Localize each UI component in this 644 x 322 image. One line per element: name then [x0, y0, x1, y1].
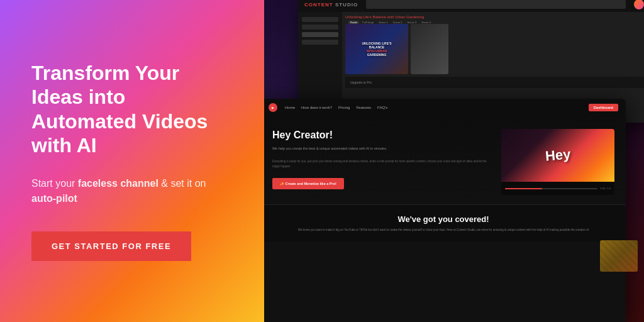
upgrade-text[interactable]: Upgrade to Pro: [350, 80, 372, 84]
subtitle-middle: & set it on: [158, 178, 206, 189]
website-screenshot: Home How does it work? Pricing Features …: [264, 99, 626, 322]
nav-faq: FAQ's: [377, 106, 387, 109]
website-logo: [269, 103, 277, 112]
nav-how: How does it work?: [301, 106, 332, 109]
right-panel: CONTENT STUDIO Unlocking Life's Balance …: [264, 0, 644, 322]
video-grid: UNLOCKING LIFE'SBALANCEWITH URBANGARDENI…: [345, 24, 644, 74]
video-controls: 0:00 / 1:0: [501, 182, 614, 195]
upgrade-bar: Upgrade to Pro: [345, 77, 644, 88]
headline: Transform Your Ideas into Automated Vide…: [31, 61, 233, 158]
nav-links: Home How does it work? Pricing Features …: [285, 106, 581, 109]
app-logo: CONTENT STUDIO: [304, 2, 358, 8]
nav-pricing: Pricing: [338, 106, 350, 109]
subtitle-start: Start your: [31, 178, 78, 189]
nav-features: Features: [356, 106, 371, 109]
app-top-bar: CONTENT STUDIO: [298, 0, 644, 12]
hero-title: Hey Creator!: [272, 129, 491, 141]
hero-description: We help you create the best & unique aut…: [272, 146, 491, 152]
video-hey-text: Hey: [545, 146, 571, 164]
bottom-title: We've got you covered!: [272, 214, 614, 224]
bottom-description: We know you want to make it big on YouTu…: [272, 228, 614, 232]
progress-fill: [505, 188, 542, 189]
sidebar-menu-item: [302, 40, 338, 45]
website-hero: Hey Creator! We help you create the best…: [264, 116, 626, 204]
left-panel: Transform Your Ideas into Automated Vide…: [0, 0, 264, 322]
hero-video-player: Hey 0:00 / 1:0: [501, 129, 614, 195]
subtitle-faceless: faceless channel: [78, 178, 158, 189]
website-nav: Home How does it work? Pricing Features …: [264, 99, 626, 116]
nav-dashboard-button[interactable]: Dashboard: [589, 104, 618, 111]
nav-home: Home: [285, 106, 295, 109]
thumbnail-right: [600, 240, 638, 272]
subtitle: Start your faceless channel & set it on …: [31, 176, 233, 206]
get-started-button[interactable]: GET STARTED FOR FREE: [31, 231, 191, 261]
logo-icon: [269, 103, 277, 112]
video-thumbnail-main: UNLOCKING LIFE'SBALANCEWITH URBANGARDENI…: [345, 24, 408, 74]
avatar: [634, 0, 644, 9]
sidebar-menu-item: [302, 25, 338, 30]
video-title: Unlocking Life's Balance with Urban Gard…: [345, 15, 644, 19]
video-time: 0:00 / 1:0: [600, 187, 611, 190]
search-bar: [366, 0, 626, 9]
hero-text: Hey Creator! We help you create the best…: [272, 129, 491, 195]
video-thumb-text: UNLOCKING LIFE'SBALANCEWITH URBANGARDENI…: [362, 42, 391, 57]
sidebar-menu-item-active: [302, 32, 338, 37]
video-content: Hey: [501, 129, 614, 182]
sidebar-menu-item: [302, 17, 338, 22]
hero-description-long: Everything is ready for you, just pick y…: [272, 159, 491, 169]
progress-bar: [505, 188, 597, 189]
website-bottom-section: We've got you covered! We know you want …: [264, 204, 626, 242]
video-thumbnail-secondary: [411, 24, 448, 74]
hero-cta-button[interactable]: ✨ Create and Monetize like a Pro!: [272, 178, 344, 189]
subtitle-autopilot: auto-pilot: [31, 193, 77, 204]
